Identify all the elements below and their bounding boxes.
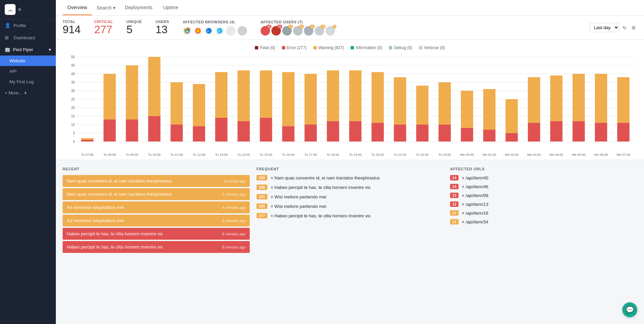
sidebar-item-dashboard[interactable]: ⊞ Dashboard xyxy=(0,31,56,44)
frequent-item[interactable]: 177× Habeo percipit te has, te clita hom… xyxy=(257,213,444,218)
frequent-item[interactable]: 190× Nam quas convenire id, ei nam tract… xyxy=(257,175,444,180)
svg-text:Tu 10:00: Tu 10:00 xyxy=(148,153,160,156)
tab-uptime[interactable]: Uptime xyxy=(158,0,183,15)
svg-rect-52 xyxy=(238,121,250,142)
svg-rect-45 xyxy=(193,84,205,126)
url-item[interactable]: 12× /api/item/13 xyxy=(450,201,637,207)
frequent-item[interactable]: 181× Wisi meliore partiendo mei xyxy=(257,194,444,199)
edge-icon: e xyxy=(204,26,213,35)
svg-text:10: 10 xyxy=(71,123,75,127)
more-arrow-icon: ▾ xyxy=(24,90,27,95)
frequent-title: FREQUENT xyxy=(257,167,444,171)
bottom-sections: RECENT Nam quas convenire id, ei nam tra… xyxy=(56,160,644,261)
svg-rect-33 xyxy=(104,74,116,120)
legend-item: Error (277) xyxy=(282,45,307,50)
stat-critical: CRITICAL 277 xyxy=(94,20,113,36)
ie-icon: e xyxy=(215,26,224,35)
stat-total: TOTAL 914 xyxy=(63,20,81,36)
user-avatar: 13 xyxy=(282,26,292,36)
url-item[interactable]: 12× /api/item/16 xyxy=(450,210,637,216)
frequent-item[interactable]: 186× Habeo percipit te has, te clita hom… xyxy=(257,185,444,190)
svg-text:e: e xyxy=(218,29,220,33)
sidebar-more[interactable]: + More... ▾ xyxy=(0,87,56,99)
search-dropdown[interactable]: Search ▾ xyxy=(93,2,118,13)
svg-text:We 02:00: We 02:00 xyxy=(505,153,519,156)
svg-rect-39 xyxy=(148,57,160,116)
svg-rect-85 xyxy=(483,130,495,142)
legend-item: Fatal (0) xyxy=(255,45,275,50)
svg-rect-90 xyxy=(528,77,540,123)
svg-rect-100 xyxy=(595,123,607,142)
logo-icon: ☁ xyxy=(5,4,16,15)
bar-chart: 05101520253035404550Tu 07:00Tu 08:00Tu 0… xyxy=(63,53,637,158)
chart-svg-wrapper: 05101520253035404550Tu 07:00Tu 08:00Tu 0… xyxy=(63,53,637,160)
url-item[interactable]: 14× /api/item/40 xyxy=(450,175,637,180)
recent-title: RECENT xyxy=(63,167,250,171)
svg-text:We 04:00: We 04:00 xyxy=(550,153,563,156)
svg-rect-93 xyxy=(550,75,562,121)
svg-rect-66 xyxy=(349,70,361,121)
url-item[interactable]: 11× /api/item/34 xyxy=(450,219,637,224)
legend-item: Debug (0) xyxy=(389,45,412,50)
svg-text:5: 5 xyxy=(73,131,75,135)
svg-rect-81 xyxy=(461,91,473,128)
svg-rect-37 xyxy=(126,120,138,142)
sidebar-item-profile[interactable]: 👤 Profile xyxy=(0,19,56,31)
url-item[interactable]: 13× /api/item/99 xyxy=(450,193,637,198)
settings-button[interactable]: ⚙ xyxy=(630,24,637,32)
svg-rect-43 xyxy=(171,125,183,142)
svg-rect-63 xyxy=(327,70,339,121)
svg-rect-97 xyxy=(573,121,585,142)
recent-item[interactable]: Ad nominavi voluptatibus mei5 minutes ag… xyxy=(63,215,250,226)
svg-text:Tu 17:00: Tu 17:00 xyxy=(304,153,317,156)
tab-deployments[interactable]: Deployments xyxy=(120,0,157,15)
affected-urls-title: AFFECTED URLS xyxy=(450,167,637,171)
svg-text:Tu 16:00: Tu 16:00 xyxy=(282,153,294,156)
chat-widget[interactable]: 💬 xyxy=(622,302,637,317)
svg-text:We 06:00: We 06:00 xyxy=(594,153,608,156)
svg-text:We 07:00: We 07:00 xyxy=(617,153,630,156)
svg-rect-48 xyxy=(215,72,227,118)
url-item[interactable]: 14× /api/item/46 xyxy=(450,184,637,189)
svg-text:30: 30 xyxy=(71,89,75,93)
svg-text:0: 0 xyxy=(73,140,75,144)
recent-item[interactable]: Habeo percipit te has, te clita homero i… xyxy=(63,241,250,253)
affected-users: AFFECTED USERS (7) 2922131311109 xyxy=(261,20,335,36)
frequent-item[interactable]: 180× Wisi meliore partiendo mei xyxy=(257,203,444,209)
svg-rect-42 xyxy=(171,82,183,125)
refresh-button[interactable]: ↻ xyxy=(621,24,628,32)
affected-browsers: AFFECTED BROWSERS (4) e e xyxy=(183,20,247,36)
svg-rect-51 xyxy=(238,70,250,121)
browser5-icon xyxy=(226,26,236,36)
sidebar-item-api[interactable]: API xyxy=(0,66,56,77)
svg-rect-78 xyxy=(439,82,451,125)
sidebar-org-section[interactable]: 🏢 Pied Piper ▾ xyxy=(0,44,56,56)
sidebar-item-website[interactable]: Website xyxy=(0,56,56,66)
recent-item[interactable]: Ad nominavi voluptatibus mei4 minutes ag… xyxy=(63,201,250,213)
recent-item[interactable]: Nam quas convenire id, ei nam tractatos … xyxy=(63,188,250,200)
profile-icon: 👤 xyxy=(5,23,10,28)
svg-rect-31 xyxy=(81,140,93,142)
recent-item[interactable]: Habeo percipit te has, te clita homero i… xyxy=(63,228,250,240)
svg-text:We 00:00: We 00:00 xyxy=(460,153,474,156)
svg-text:Tu 12:00: Tu 12:00 xyxy=(193,153,205,156)
tab-overview[interactable]: Overview xyxy=(63,0,92,15)
stat-users: USERS 13 xyxy=(156,20,169,36)
recent-item[interactable]: Nam quas convenire id, ei nam tractatos … xyxy=(63,175,250,187)
sidebar: ☁ 👤 Profile ⊞ Dashboard 🏢 Pied Piper ▾ W… xyxy=(0,0,56,324)
svg-rect-61 xyxy=(305,125,317,142)
chart-container: Fatal (0)Error (277)Warning (637)Informa… xyxy=(56,40,644,160)
main-content: Overview Search ▾ Deployments Uptime TOT… xyxy=(56,0,644,324)
svg-text:Tu 15:00: Tu 15:00 xyxy=(260,153,272,156)
svg-text:20: 20 xyxy=(71,106,75,110)
sidebar-item-first-log[interactable]: My First Log xyxy=(0,77,56,87)
svg-text:Tu 13:00: Tu 13:00 xyxy=(215,153,227,156)
svg-rect-58 xyxy=(282,126,294,142)
date-picker: Last day ↻ ⚙ xyxy=(590,23,637,32)
svg-rect-64 xyxy=(327,121,339,142)
svg-text:We 01:00: We 01:00 xyxy=(483,153,496,156)
date-range-select[interactable]: Last day xyxy=(590,23,619,32)
svg-rect-72 xyxy=(394,77,406,125)
svg-text:50: 50 xyxy=(71,55,75,59)
svg-point-3 xyxy=(197,29,199,32)
